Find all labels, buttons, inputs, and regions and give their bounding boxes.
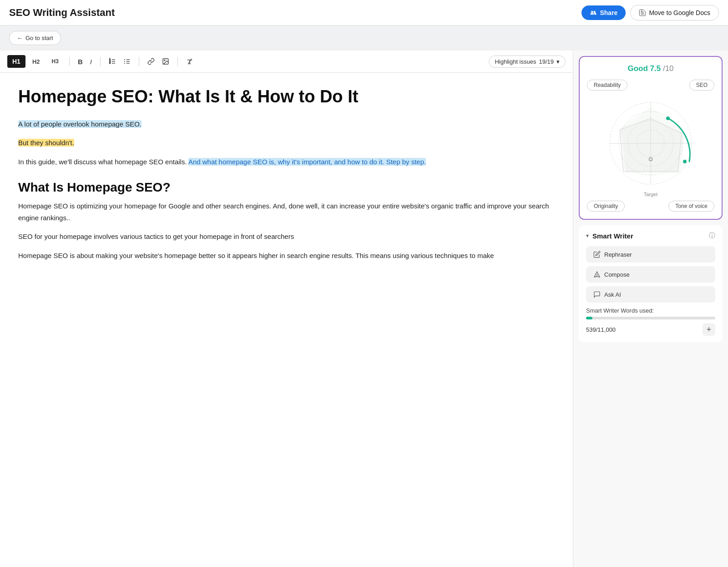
score-bottom-labels: Originality Tone of voice	[587, 201, 714, 212]
editor-content[interactable]: Homepage SEO: What Is It & How to Do It …	[0, 73, 573, 567]
compose-button[interactable]: Compose	[586, 266, 715, 283]
h3-label: H3	[50, 57, 61, 66]
score-top-labels: Readability SEO	[587, 80, 714, 91]
originality-button[interactable]: Originality	[587, 201, 625, 212]
h1-label: H1	[10, 57, 23, 66]
paragraph-1: A lot of people overlook homepage SEO.	[18, 118, 555, 130]
paragraph-6: Homepage SEO is about making your websit…	[18, 250, 555, 262]
tone-of-voice-button[interactable]: Tone of voice	[668, 201, 714, 212]
radar-chart	[601, 93, 701, 193]
compose-label: Compose	[604, 271, 630, 278]
clear-format-button[interactable]	[183, 56, 196, 67]
paragraph-2: But they shouldn't.	[18, 137, 555, 149]
arrow-left-icon: ←	[17, 35, 23, 41]
share-label: Share	[600, 9, 617, 16]
insert-group	[145, 56, 172, 67]
share-icon	[590, 9, 597, 16]
google-docs-button[interactable]: Move to Google Docs	[630, 5, 719, 20]
score-value: 7.5	[650, 64, 661, 73]
ask-ai-button[interactable]: Ask AI	[586, 286, 715, 303]
google-docs-label: Move to Google Docs	[649, 9, 710, 16]
link-button[interactable]	[145, 56, 157, 67]
rephraser-label: Rephraser	[604, 251, 632, 258]
h1-button[interactable]: H1	[7, 55, 25, 68]
smart-writer-panel: ▾ Smart Writer ⓘ Rephraser Compose	[579, 225, 723, 342]
google-docs-icon	[639, 9, 646, 16]
score-total: /10	[663, 64, 674, 73]
smart-writer-title: Smart Writer	[592, 232, 633, 240]
svg-point-10	[124, 61, 125, 62]
divider-4	[177, 57, 178, 66]
italic-button[interactable]: I	[87, 56, 95, 67]
chevron-down-icon: ▾	[556, 58, 560, 65]
h2-label: H2	[30, 57, 42, 66]
rephraser-icon	[593, 251, 601, 258]
highlighted-text-1: A lot of people overlook homepage SEO.	[18, 120, 142, 128]
words-count-row: 539/11,000 +	[586, 323, 715, 336]
highlighted-text-2: But they shouldn't.	[18, 139, 74, 147]
highlight-label: Highlight issues	[495, 58, 536, 65]
highlight-dropdown[interactable]: Highlight issues 19/19 ▾	[489, 56, 566, 68]
clear-format-icon	[186, 58, 193, 65]
ordered-list-icon: 123	[109, 58, 116, 65]
svg-point-13	[164, 60, 165, 61]
unordered-list-icon	[123, 58, 131, 65]
seo-button[interactable]: SEO	[689, 80, 714, 91]
readability-button[interactable]: Readability	[587, 80, 627, 91]
rephraser-button[interactable]: Rephraser	[586, 246, 715, 263]
paragraph-5: SEO for your homepage involves various t…	[18, 231, 555, 243]
editor-area: H1 H2 H3 B I 123	[0, 51, 573, 567]
words-used-label: Smart Writer Words used:	[586, 307, 715, 314]
add-words-button[interactable]: +	[703, 323, 715, 336]
svg-point-9	[124, 59, 125, 60]
article-heading-2: What Is Homepage SEO?	[18, 180, 555, 195]
words-progress-fill	[586, 317, 592, 319]
share-button[interactable]: Share	[581, 5, 626, 20]
compose-icon	[593, 271, 601, 278]
format-group: B I	[75, 56, 95, 67]
divider-3	[139, 57, 139, 66]
svg-point-26	[683, 160, 687, 163]
info-icon[interactable]: ⓘ	[709, 232, 715, 240]
go-start-label: Go to start	[25, 35, 53, 41]
svg-point-11	[124, 63, 125, 64]
svg-point-25	[666, 116, 670, 120]
h3-button[interactable]: H3	[47, 56, 64, 67]
score-title: Good 7.5 /10	[587, 64, 714, 73]
score-good-label: Good	[627, 64, 647, 73]
go-to-start-button[interactable]: ← Go to start	[9, 31, 61, 45]
ask-ai-label: Ask AI	[604, 291, 621, 298]
image-button[interactable]	[159, 56, 172, 67]
radar-svg	[601, 93, 701, 193]
para3-link: And what homepage SEO is, why it's impor…	[188, 158, 426, 166]
score-card: Good 7.5 /10 Readability SEO	[579, 56, 723, 220]
highlight-count: 19/19	[539, 58, 554, 65]
main-layout: H1 H2 H3 B I 123	[0, 51, 728, 567]
para3-before: In this guide, we'll discuss what homepa…	[18, 158, 187, 166]
svg-text:3: 3	[109, 62, 111, 64]
words-used-value: 539	[586, 326, 596, 333]
app-title: SEO Writing Assistant	[9, 7, 115, 19]
article-heading-1: Homepage SEO: What Is It & How to Do It	[18, 86, 555, 107]
image-icon	[162, 58, 169, 65]
sidebar: Good 7.5 /10 Readability SEO	[573, 51, 728, 567]
divider-2	[100, 57, 101, 66]
bold-button[interactable]: B	[75, 56, 86, 67]
divider-1	[69, 57, 70, 66]
chevron-down-icon: ▾	[586, 233, 589, 239]
nav-bar: ← Go to start	[0, 25, 728, 51]
words-progress-bar	[586, 317, 715, 319]
words-total-value: 11,000	[597, 326, 616, 333]
editor-toolbar: H1 H2 H3 B I 123	[0, 51, 573, 73]
words-count-label: 539/11,000	[586, 326, 616, 333]
link-icon	[147, 58, 155, 65]
header-actions: Share Move to Google Docs	[581, 5, 719, 20]
ask-ai-icon	[593, 291, 601, 298]
ordered-list-button[interactable]: 123	[106, 56, 119, 67]
smart-writer-header: ▾ Smart Writer ⓘ	[586, 232, 715, 240]
h2-button[interactable]: H2	[27, 56, 45, 68]
paragraph-3: In this guide, we'll discuss what homepa…	[18, 156, 555, 168]
list-group: 123	[106, 56, 133, 67]
header: SEO Writing Assistant Share Move to Goog…	[0, 0, 728, 25]
unordered-list-button[interactable]	[121, 56, 133, 67]
